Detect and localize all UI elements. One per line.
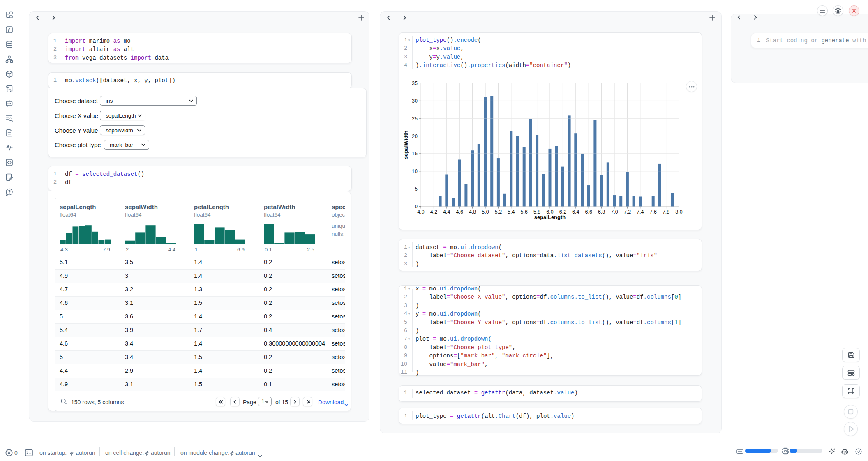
svg-text:5.6: 5.6 [521,209,528,215]
svg-text:4.4: 4.4 [443,209,450,215]
svg-text:35: 35 [412,81,418,86]
svg-text:25: 25 [412,116,418,122]
svg-text:4.2: 4.2 [430,209,437,215]
svg-text:5.4: 5.4 [508,209,515,215]
svg-text:15: 15 [412,151,418,157]
svg-text:8.0: 8.0 [675,209,682,215]
svg-text:sepalWidth: sepalWidth [403,131,409,159]
svg-text:10: 10 [412,168,418,174]
svg-text:6.8: 6.8 [598,209,605,215]
svg-text:7.0: 7.0 [611,209,618,215]
svg-text:30: 30 [412,98,418,104]
svg-text:4.6: 4.6 [456,209,463,215]
svg-text:0: 0 [415,204,418,210]
svg-text:4.8: 4.8 [469,209,476,215]
svg-text:5.2: 5.2 [495,209,502,215]
svg-text:7.8: 7.8 [663,209,669,215]
svg-text:20: 20 [412,134,418,139]
svg-text:4.0: 4.0 [417,209,424,215]
svg-text:5: 5 [415,186,418,192]
svg-text:5.0: 5.0 [482,209,489,215]
svg-text:6.4: 6.4 [572,209,579,215]
svg-text:6.6: 6.6 [585,209,592,215]
svg-text:7.6: 7.6 [650,209,657,215]
svg-text:7.4: 7.4 [637,209,644,215]
svg-text:sepalLength: sepalLength [534,214,566,220]
svg-text:7.2: 7.2 [624,209,631,215]
